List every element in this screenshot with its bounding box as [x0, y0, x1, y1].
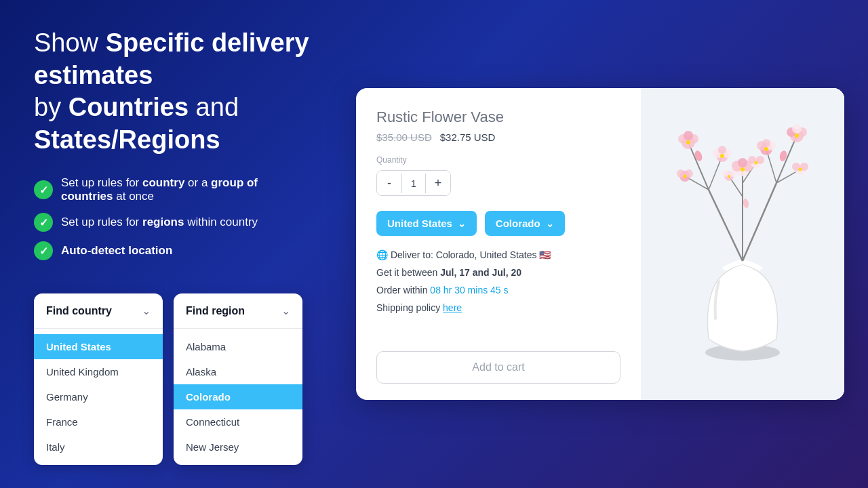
title-bold-3: States/Regions: [34, 125, 220, 154]
shipping-policy-link[interactable]: here: [443, 302, 462, 313]
country-dropdown[interactable]: Find country ⌄ United States United King…: [34, 293, 163, 465]
region-item-ak[interactable]: Alaska: [174, 359, 302, 384]
svg-point-35: [799, 168, 802, 171]
feature-list: Set up rules for country or a group of c…: [34, 176, 312, 270]
feature-item-regions: Set up rules for regions within country: [34, 213, 312, 232]
title-bold-1: Specific delivery estimates: [34, 28, 309, 89]
delivery-to-label: Deliver to: Colorado, United States 🇺🇸: [388, 249, 551, 260]
quantity-increase-button[interactable]: +: [426, 171, 450, 195]
quantity-control: - 1 +: [376, 170, 451, 196]
feature-text-regions: Set up rules for regions within country: [61, 216, 258, 229]
svg-point-39: [762, 139, 770, 147]
svg-point-17: [686, 140, 690, 144]
title-bold-2: Countries: [68, 93, 189, 121]
region-item-al[interactable]: Alabama: [174, 334, 302, 359]
svg-point-16: [684, 131, 693, 140]
feature-text-autodetect: Auto-detect location: [61, 244, 172, 258]
svg-point-49: [728, 175, 730, 178]
price-row: $35.00 USD $32.75 USD: [376, 131, 620, 143]
delivery-dates-text: Get it between Jul, 17 and Jul, 20: [376, 266, 620, 280]
order-timer-value: 08 hr 30 mins 45 s: [430, 285, 508, 296]
globe-emoji: 🌐: [376, 249, 388, 260]
country-item-fr[interactable]: France: [34, 409, 163, 434]
country-item-it[interactable]: Italy: [34, 434, 163, 460]
product-info: Rustic Flower Vase $35.00 USD $32.75 USD…: [356, 88, 641, 400]
price-sale: $32.75 USD: [440, 131, 496, 143]
delivery-info: 🌐 Deliver to: Colorado, United States 🇺🇸…: [376, 248, 620, 319]
feature-text-country: Set up rules for country or a group of c…: [61, 176, 312, 203]
country-dropdown-label: Find country: [46, 305, 112, 317]
svg-point-21: [684, 175, 687, 178]
svg-point-45: [741, 167, 745, 171]
main-title: Show Specific delivery estimates by Coun…: [34, 27, 312, 156]
check-icon-autodetect: [34, 241, 53, 260]
region-chevron-icon: ⌄: [281, 304, 290, 317]
quantity-value: 1: [401, 174, 426, 193]
country-dropdown-header[interactable]: Find country ⌄: [34, 293, 163, 329]
right-panel: Rustic Flower Vase $35.00 USD $32.75 USD…: [339, 0, 868, 488]
country-item-us[interactable]: United States: [34, 334, 163, 359]
shipping-policy-text: Shipping policy here: [376, 301, 620, 315]
country-selector-label: United States: [387, 218, 452, 229]
region-dropdown-list: Alabama Alaska Colorado Connecticut New …: [174, 329, 302, 465]
country-item-uk[interactable]: United Kingdom: [34, 359, 163, 384]
svg-point-40: [764, 147, 768, 151]
region-selector-chevron: ⌄: [546, 218, 554, 229]
quantity-decrease-button[interactable]: -: [377, 171, 401, 195]
region-dropdown[interactable]: Find region ⌄ Alabama Alaska Colorado Co…: [174, 293, 302, 465]
country-item-de[interactable]: Germany: [34, 384, 163, 409]
product-card: Rustic Flower Vase $35.00 USD $32.75 USD…: [356, 88, 844, 400]
country-chevron-icon: ⌄: [142, 304, 151, 317]
region-selector-label: Colorado: [496, 218, 540, 229]
product-name: Rustic Flower Vase: [376, 108, 620, 126]
region-selector-button[interactable]: Colorado ⌄: [485, 211, 565, 236]
country-selector-chevron: ⌄: [458, 218, 466, 229]
svg-point-30: [792, 124, 802, 134]
svg-point-26: [720, 154, 724, 158]
delivery-to-text: 🌐 Deliver to: Colorado, United States 🇺🇸: [376, 248, 620, 262]
dropdowns-row: Find country ⌄ United States United King…: [34, 293, 312, 465]
svg-point-53: [755, 161, 758, 165]
feature-item-country: Set up rules for country or a group of c…: [34, 176, 312, 203]
check-icon-regions: [34, 213, 53, 232]
delivery-dates-bold: Jul, 17 and Jul, 20: [440, 267, 521, 278]
selector-row: United States ⌄ Colorado ⌄: [376, 211, 620, 236]
price-original: $35.00 USD: [376, 131, 432, 143]
region-item-co[interactable]: Colorado: [174, 384, 302, 409]
svg-point-31: [795, 134, 799, 138]
region-item-ct[interactable]: Connecticut: [174, 409, 302, 434]
add-to-cart-button[interactable]: Add to cart: [376, 351, 620, 384]
svg-point-44: [738, 158, 747, 167]
check-icon-country: [34, 180, 53, 199]
svg-point-25: [718, 146, 726, 154]
quantity-label: Quantity: [376, 155, 620, 165]
region-dropdown-label: Find region: [186, 305, 245, 317]
product-image: [641, 88, 844, 400]
region-dropdown-header[interactable]: Find region ⌄: [174, 293, 302, 329]
country-dropdown-list: United States United Kingdom Germany Fra…: [34, 329, 163, 465]
left-panel: Show Specific delivery estimates by Coun…: [0, 0, 339, 488]
country-selector-button[interactable]: United States ⌄: [376, 211, 477, 236]
region-item-nj[interactable]: New Jersey: [174, 434, 302, 460]
order-timer-text: Order within 08 hr 30 mins 45 s: [376, 283, 620, 298]
feature-item-autodetect: Auto-detect location: [34, 241, 312, 260]
vase-svg: [641, 88, 844, 400]
